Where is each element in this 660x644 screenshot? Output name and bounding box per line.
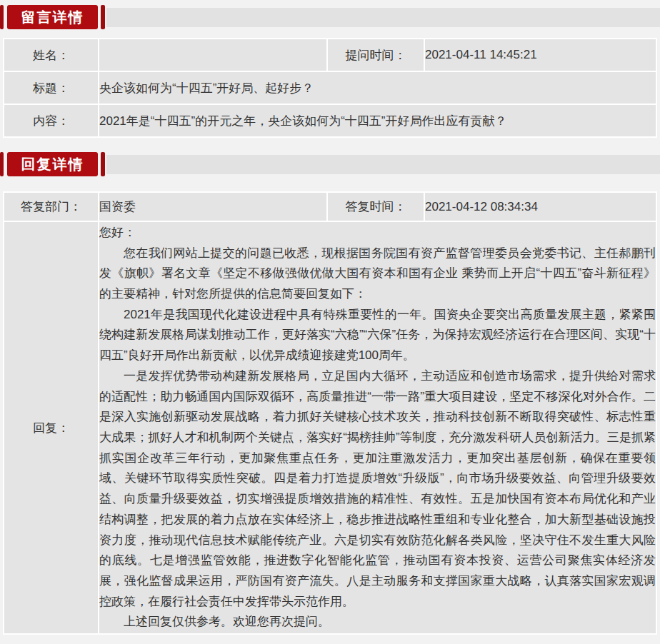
- header-right-bar: [101, 5, 105, 29]
- message-section-header: 留言详情: [0, 5, 660, 29]
- header-gray-strip: [106, 8, 660, 27]
- ask-time-value: 2021-04-11 14:45:21: [424, 39, 656, 71]
- title-value: 央企该如何为“十四五”开好局、起好步？: [99, 71, 656, 104]
- content-value: 2021年是“十四五”的开元之年，央企该如何为“十四五”开好局作出应有贡献？: [99, 104, 656, 137]
- message-section-title: 留言详情: [7, 5, 98, 29]
- reply-time-label: 答复时间：: [327, 192, 424, 221]
- ask-time-label: 提问时间：: [327, 39, 424, 71]
- table-row-name-time: 姓名： 提问时间： 2021-04-11 14:45:21: [4, 39, 656, 71]
- name-label: 姓名：: [4, 39, 99, 71]
- reply-body-text: 您好：您在我们网站上提交的问题已收悉，现根据国务院国有资产监督管理委员会党委书记…: [99, 221, 656, 634]
- header-left-bar: [0, 5, 4, 29]
- reply-time-value: 2021-04-12 08:34:34: [424, 192, 656, 221]
- header-gray-strip: [106, 155, 660, 174]
- reply-label: 回复：: [4, 221, 99, 634]
- reply-section-title: 回复详情: [7, 152, 98, 176]
- header-right-bar: [101, 152, 105, 176]
- reply-detail-table: 答复部门： 国资委 答复时间： 2021-04-12 08:34:34 回复： …: [3, 191, 657, 635]
- table-row-content: 内容： 2021年是“十四五”的开元之年，央企该如何为“十四五”开好局作出应有贡…: [4, 104, 656, 137]
- content-label: 内容：: [4, 104, 99, 137]
- table-row-reply-body: 回复： 您好：您在我们网站上提交的问题已收悉，现根据国务院国有资产监督管理委员会…: [4, 221, 656, 634]
- title-label: 标题：: [4, 71, 99, 104]
- table-row-title: 标题： 央企该如何为“十四五”开好局、起好步？: [4, 71, 656, 104]
- reply-section-header: 回复详情: [0, 152, 660, 176]
- header-left-bar: [0, 152, 4, 176]
- reply-dept-value: 国资委: [99, 192, 327, 221]
- reply-dept-label: 答复部门：: [4, 192, 99, 221]
- name-value: [99, 39, 327, 71]
- message-detail-table: 姓名： 提问时间： 2021-04-11 14:45:21 标题： 央企该如何为…: [3, 38, 657, 138]
- table-row-dept-time: 答复部门： 国资委 答复时间： 2021-04-12 08:34:34: [4, 192, 656, 221]
